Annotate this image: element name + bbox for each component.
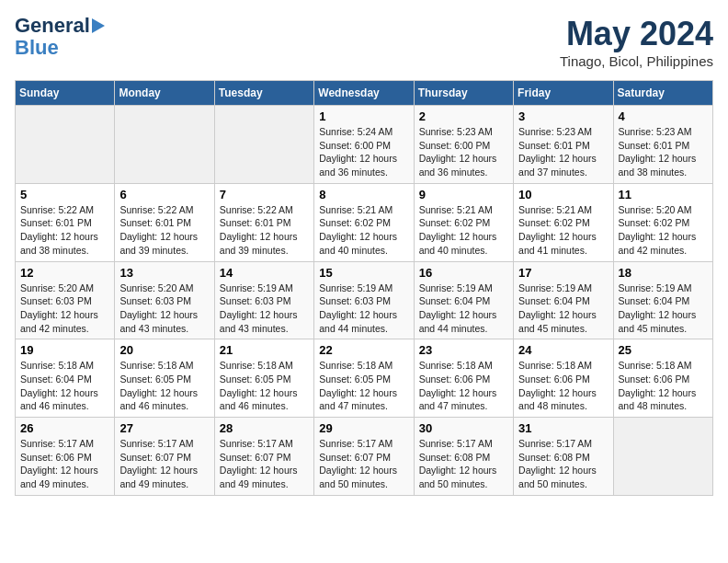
weekday-header-tuesday: Tuesday	[214, 81, 313, 106]
cell-day-number: 22	[319, 343, 408, 357]
calendar-cell: 25Sunrise: 5:18 AMSunset: 6:06 PMDayligh…	[613, 339, 712, 418]
calendar-cell: 26Sunrise: 5:17 AMSunset: 6:06 PMDayligh…	[16, 418, 115, 496]
cell-day-number: 26	[20, 421, 109, 435]
calendar-cell: 19Sunrise: 5:18 AMSunset: 6:04 PMDayligh…	[16, 339, 115, 418]
cell-sun-info: Sunrise: 5:17 AMSunset: 6:07 PMDaylight:…	[319, 437, 408, 491]
cell-day-number: 19	[20, 343, 109, 357]
calendar-cell: 30Sunrise: 5:17 AMSunset: 6:08 PMDayligh…	[414, 418, 513, 496]
cell-sun-info: Sunrise: 5:20 AMSunset: 6:03 PMDaylight:…	[119, 282, 209, 336]
calendar-cell: 29Sunrise: 5:17 AMSunset: 6:07 PMDayligh…	[314, 418, 414, 496]
cell-day-number: 3	[518, 109, 608, 123]
calendar-cell: 1Sunrise: 5:24 AMSunset: 6:00 PMDaylight…	[314, 106, 414, 184]
calendar-cell: 31Sunrise: 5:17 AMSunset: 6:08 PMDayligh…	[514, 418, 613, 496]
cell-sun-info: Sunrise: 5:19 AMSunset: 6:04 PMDaylight:…	[619, 282, 708, 336]
cell-sun-info: Sunrise: 5:18 AMSunset: 6:05 PMDaylight:…	[220, 359, 309, 413]
calendar-cell: 6Sunrise: 5:22 AMSunset: 6:01 PMDaylight…	[115, 183, 214, 261]
calendar-cell	[214, 106, 313, 184]
cell-day-number: 10	[518, 188, 608, 201]
cell-sun-info: Sunrise: 5:22 AMSunset: 6:01 PMDaylight:…	[20, 203, 109, 258]
cell-sun-info: Sunrise: 5:21 AMSunset: 6:02 PMDaylight:…	[518, 203, 608, 258]
calendar-cell: 15Sunrise: 5:19 AMSunset: 6:03 PMDayligh…	[314, 261, 414, 339]
calendar-cell	[16, 106, 115, 184]
cell-sun-info: Sunrise: 5:20 AMSunset: 6:02 PMDaylight:…	[619, 203, 708, 258]
calendar-cell: 2Sunrise: 5:23 AMSunset: 6:00 PMDaylight…	[414, 106, 513, 184]
cell-day-number: 30	[419, 421, 508, 435]
cell-sun-info: Sunrise: 5:17 AMSunset: 6:07 PMDaylight:…	[119, 437, 209, 491]
cell-sun-info: Sunrise: 5:18 AMSunset: 6:06 PMDaylight:…	[518, 359, 608, 413]
cell-sun-info: Sunrise: 5:23 AMSunset: 6:00 PMDaylight:…	[419, 125, 508, 179]
calendar-cell: 11Sunrise: 5:20 AMSunset: 6:02 PMDayligh…	[613, 183, 712, 261]
calendar-cell: 16Sunrise: 5:19 AMSunset: 6:04 PMDayligh…	[414, 261, 513, 339]
calendar-cell: 7Sunrise: 5:22 AMSunset: 6:01 PMDaylight…	[214, 183, 313, 261]
calendar-week-1: 1Sunrise: 5:24 AMSunset: 6:00 PMDaylight…	[16, 106, 713, 184]
calendar-cell: 18Sunrise: 5:19 AMSunset: 6:04 PMDayligh…	[613, 261, 712, 339]
cell-day-number: 15	[319, 266, 408, 280]
calendar-cell: 14Sunrise: 5:19 AMSunset: 6:03 PMDayligh…	[214, 261, 313, 339]
calendar-week-4: 19Sunrise: 5:18 AMSunset: 6:04 PMDayligh…	[16, 339, 713, 418]
cell-day-number: 21	[220, 343, 309, 357]
calendar-cell: 21Sunrise: 5:18 AMSunset: 6:05 PMDayligh…	[214, 339, 313, 418]
weekday-header-friday: Friday	[514, 81, 613, 106]
cell-day-number: 14	[220, 266, 309, 280]
cell-day-number: 24	[518, 343, 608, 357]
calendar-week-5: 26Sunrise: 5:17 AMSunset: 6:06 PMDayligh…	[16, 418, 713, 496]
cell-sun-info: Sunrise: 5:19 AMSunset: 6:03 PMDaylight:…	[220, 282, 309, 336]
cell-day-number: 25	[619, 343, 708, 357]
cell-sun-info: Sunrise: 5:17 AMSunset: 6:08 PMDaylight:…	[518, 437, 608, 491]
cell-sun-info: Sunrise: 5:17 AMSunset: 6:06 PMDaylight:…	[20, 437, 109, 491]
cell-day-number: 7	[220, 188, 309, 201]
calendar-cell: 3Sunrise: 5:23 AMSunset: 6:01 PMDaylight…	[514, 106, 613, 184]
month-year-title: May 2024	[560, 15, 713, 53]
logo-text-blue: Blue	[15, 37, 59, 59]
cell-day-number: 18	[619, 266, 708, 280]
cell-day-number: 8	[319, 188, 408, 201]
cell-day-number: 27	[119, 421, 209, 435]
calendar-cell	[115, 106, 214, 184]
calendar-cell: 27Sunrise: 5:17 AMSunset: 6:07 PMDayligh…	[115, 418, 214, 496]
calendar-table: SundayMondayTuesdayWednesdayThursdayFrid…	[15, 80, 713, 496]
cell-day-number: 13	[119, 266, 209, 280]
cell-day-number: 29	[319, 421, 408, 435]
calendar-week-3: 12Sunrise: 5:20 AMSunset: 6:03 PMDayligh…	[16, 261, 713, 339]
cell-day-number: 11	[619, 188, 708, 201]
cell-day-number: 28	[220, 421, 309, 435]
cell-sun-info: Sunrise: 5:19 AMSunset: 6:04 PMDaylight:…	[419, 282, 508, 336]
cell-sun-info: Sunrise: 5:18 AMSunset: 6:05 PMDaylight:…	[119, 359, 209, 413]
calendar-cell: 24Sunrise: 5:18 AMSunset: 6:06 PMDayligh…	[514, 339, 613, 418]
cell-day-number: 16	[419, 266, 508, 280]
calendar-cell: 10Sunrise: 5:21 AMSunset: 6:02 PMDayligh…	[514, 183, 613, 261]
page-header: General Blue May 2024 Tinago, Bicol, Phi…	[15, 15, 713, 69]
cell-sun-info: Sunrise: 5:22 AMSunset: 6:01 PMDaylight:…	[119, 203, 209, 258]
cell-sun-info: Sunrise: 5:17 AMSunset: 6:07 PMDaylight:…	[220, 437, 309, 491]
title-block: May 2024 Tinago, Bicol, Philippines	[560, 15, 713, 69]
cell-sun-info: Sunrise: 5:18 AMSunset: 6:05 PMDaylight:…	[319, 359, 408, 413]
cell-day-number: 9	[419, 188, 508, 201]
cell-day-number: 31	[518, 421, 608, 435]
weekday-header-wednesday: Wednesday	[314, 81, 414, 106]
logo: General Blue	[15, 15, 105, 59]
cell-day-number: 1	[319, 109, 408, 123]
cell-sun-info: Sunrise: 5:19 AMSunset: 6:04 PMDaylight:…	[518, 282, 608, 336]
cell-sun-info: Sunrise: 5:23 AMSunset: 6:01 PMDaylight:…	[518, 125, 608, 179]
logo-arrow-icon	[92, 18, 105, 33]
calendar-week-2: 5Sunrise: 5:22 AMSunset: 6:01 PMDaylight…	[16, 183, 713, 261]
calendar-cell: 4Sunrise: 5:23 AMSunset: 6:01 PMDaylight…	[613, 106, 712, 184]
calendar-cell: 23Sunrise: 5:18 AMSunset: 6:06 PMDayligh…	[414, 339, 513, 418]
calendar-cell: 5Sunrise: 5:22 AMSunset: 6:01 PMDaylight…	[16, 183, 115, 261]
calendar-cell	[613, 418, 712, 496]
calendar-cell: 22Sunrise: 5:18 AMSunset: 6:05 PMDayligh…	[314, 339, 414, 418]
cell-sun-info: Sunrise: 5:18 AMSunset: 6:06 PMDaylight:…	[619, 359, 708, 413]
calendar-header-row: SundayMondayTuesdayWednesdayThursdayFrid…	[16, 81, 713, 106]
cell-sun-info: Sunrise: 5:20 AMSunset: 6:03 PMDaylight:…	[20, 282, 109, 336]
cell-day-number: 4	[619, 109, 708, 123]
cell-sun-info: Sunrise: 5:24 AMSunset: 6:00 PMDaylight:…	[319, 125, 408, 179]
calendar-cell: 13Sunrise: 5:20 AMSunset: 6:03 PMDayligh…	[115, 261, 214, 339]
location-subtitle: Tinago, Bicol, Philippines	[560, 53, 713, 69]
cell-sun-info: Sunrise: 5:17 AMSunset: 6:08 PMDaylight:…	[419, 437, 508, 491]
weekday-header-monday: Monday	[115, 81, 214, 106]
cell-sun-info: Sunrise: 5:21 AMSunset: 6:02 PMDaylight:…	[319, 203, 408, 258]
cell-day-number: 12	[20, 266, 109, 280]
cell-sun-info: Sunrise: 5:19 AMSunset: 6:03 PMDaylight:…	[319, 282, 408, 336]
calendar-cell: 20Sunrise: 5:18 AMSunset: 6:05 PMDayligh…	[115, 339, 214, 418]
calendar-cell: 12Sunrise: 5:20 AMSunset: 6:03 PMDayligh…	[16, 261, 115, 339]
